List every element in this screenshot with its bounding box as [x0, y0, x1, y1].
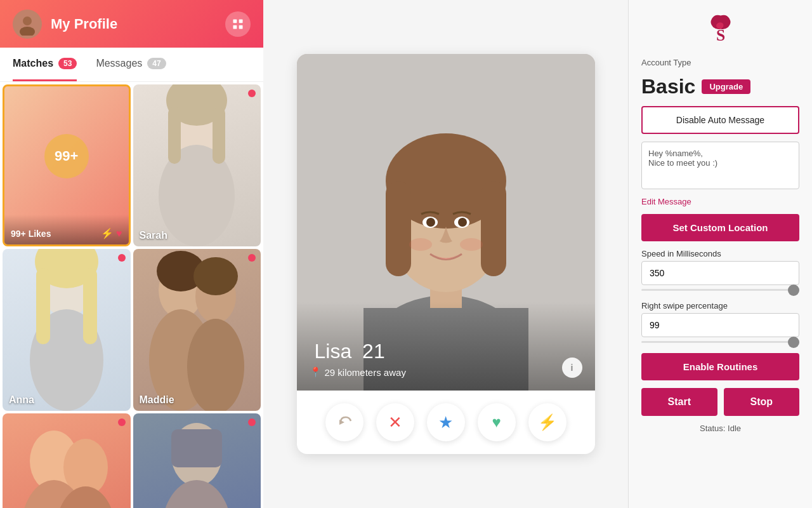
tab-matches[interactable]: Matches 53	[13, 48, 77, 81]
anna-label: Anna	[9, 394, 34, 406]
dislike-icon: ✕	[388, 413, 402, 432]
speed-slider-thumb[interactable]	[788, 284, 799, 296]
profile-info-overlay: Lisa 21 📍 29 kilometers away	[297, 302, 595, 391]
anna-card[interactable]: Anna	[3, 249, 131, 411]
location-icon: 📍	[310, 366, 322, 378]
sarah-label: Sarah	[140, 230, 167, 241]
profile-distance: 📍 29 kilometers away	[310, 366, 582, 378]
profile-photo: Lisa 21 📍 29 kilometers away i	[297, 54, 595, 391]
profile-title: My Profile	[51, 16, 117, 32]
swipe-slider-thumb[interactable]	[788, 337, 799, 348]
right-panel: S Account Type Basic Upgrade Disable Aut…	[628, 0, 812, 508]
swipe-pct-section: Right swipe percentage	[641, 301, 799, 345]
settings-button[interactable]	[225, 11, 251, 37]
account-tier: Basic	[641, 75, 695, 98]
avatar	[13, 10, 42, 39]
svg-point-1	[20, 27, 35, 36]
rewind-button[interactable]	[325, 403, 363, 441]
matches-grid: 99+ 99+ Likes ⚡ ♥	[0, 82, 263, 508]
sarah-card[interactable]: Sarah	[133, 84, 261, 246]
svg-rect-5	[239, 25, 243, 29]
superlike-button[interactable]: ★	[427, 403, 465, 441]
tab-matches-label: Matches	[13, 58, 53, 69]
svg-rect-28	[171, 429, 222, 467]
brand-logo: S	[641, 13, 799, 47]
svg-rect-36	[481, 181, 506, 276]
upgrade-button[interactable]: Upgrade	[702, 79, 750, 94]
speed-label: Speed in Milliseconds	[641, 249, 799, 258]
sarah-dot	[248, 90, 256, 97]
boost-button[interactable]: ⚡	[528, 403, 566, 441]
svg-point-39	[426, 218, 435, 227]
svg-point-27	[162, 480, 232, 508]
likes-footer: 99+ Likes ⚡ ♥	[4, 215, 129, 244]
anna-dot	[118, 254, 126, 262]
maddie-label: Maddie	[140, 394, 174, 406]
likes-icons: ⚡ ♥	[101, 227, 122, 239]
tab-messages[interactable]: Messages 47	[96, 48, 166, 81]
speed-section: Speed in Milliseconds	[641, 249, 799, 293]
enable-routines-button[interactable]: Enable Routines	[641, 353, 799, 380]
status-text: Status: Idle	[641, 424, 799, 433]
profile-header: My Profile	[0, 0, 263, 48]
account-type-row: Basic Upgrade	[641, 75, 799, 98]
swipe-pct-input[interactable]	[641, 313, 799, 337]
card6-dot	[248, 418, 256, 426]
svg-point-41	[409, 238, 432, 251]
stop-button[interactable]: Stop	[724, 388, 800, 416]
card5[interactable]	[3, 413, 131, 508]
boost-icon: ⚡	[538, 413, 557, 431]
svg-rect-4	[233, 25, 237, 29]
dislike-button[interactable]: ✕	[376, 403, 414, 441]
disable-auto-message-button[interactable]: Disable Auto Message	[641, 106, 799, 134]
like-icon: ♥	[492, 413, 501, 431]
svg-rect-10	[213, 107, 225, 164]
likes-label: 99+ Likes	[11, 229, 51, 239]
tab-messages-label: Messages	[96, 58, 142, 69]
info-button[interactable]: i	[562, 358, 582, 378]
svg-rect-2	[233, 19, 237, 23]
likes-count: 99+	[44, 134, 89, 178]
profile-card: Lisa 21 📍 29 kilometers away i ✕	[297, 54, 595, 454]
tabs-bar: Matches 53 Messages 47	[0, 48, 263, 82]
svg-point-40	[458, 218, 467, 227]
svg-rect-14	[36, 268, 50, 344]
auto-message-textarea[interactable]: Hey %name%, Nice to meet you :)	[641, 142, 799, 189]
action-bar: ✕ ★ ♥ ⚡	[297, 391, 595, 454]
middle-panel: Lisa 21 📍 29 kilometers away i ✕	[263, 0, 628, 508]
profile-name: Lisa 21	[310, 340, 582, 363]
like-button[interactable]: ♥	[478, 403, 516, 441]
svg-point-0	[23, 17, 32, 25]
svg-text:S: S	[716, 26, 724, 44]
svg-point-21	[193, 257, 238, 295]
profile-header-left: My Profile	[13, 10, 117, 39]
custom-location-button[interactable]: Set Custom Location	[641, 214, 799, 241]
svg-rect-35	[386, 181, 411, 276]
superlike-icon: ★	[438, 413, 453, 432]
svg-point-42	[460, 238, 483, 251]
card5-dot	[118, 418, 126, 426]
matches-badge: 53	[58, 58, 77, 69]
likes-card[interactable]: 99+ 99+ Likes ⚡ ♥	[3, 84, 131, 246]
speed-slider-track	[641, 289, 799, 291]
account-type-label: Account Type	[641, 58, 799, 67]
swipe-pct-label: Right swipe percentage	[641, 301, 799, 311]
messages-badge: 47	[147, 58, 166, 69]
speed-input[interactable]	[641, 261, 799, 285]
swipe-slider-track	[641, 341, 799, 343]
svg-rect-15	[83, 268, 97, 344]
svg-rect-9	[168, 107, 181, 164]
svg-rect-3	[239, 19, 243, 23]
maddie-dot	[248, 254, 256, 262]
start-stop-row: Start Stop	[641, 388, 799, 416]
svg-marker-43	[339, 420, 344, 425]
left-panel: My Profile Matches 53 Messages 47 99+ 99	[0, 0, 263, 508]
card6[interactable]	[133, 413, 261, 508]
svg-point-19	[187, 319, 244, 411]
edit-message-link[interactable]: Edit Message	[641, 197, 799, 206]
maddie-card[interactable]: Maddie	[133, 249, 261, 411]
start-button[interactable]: Start	[641, 388, 717, 416]
